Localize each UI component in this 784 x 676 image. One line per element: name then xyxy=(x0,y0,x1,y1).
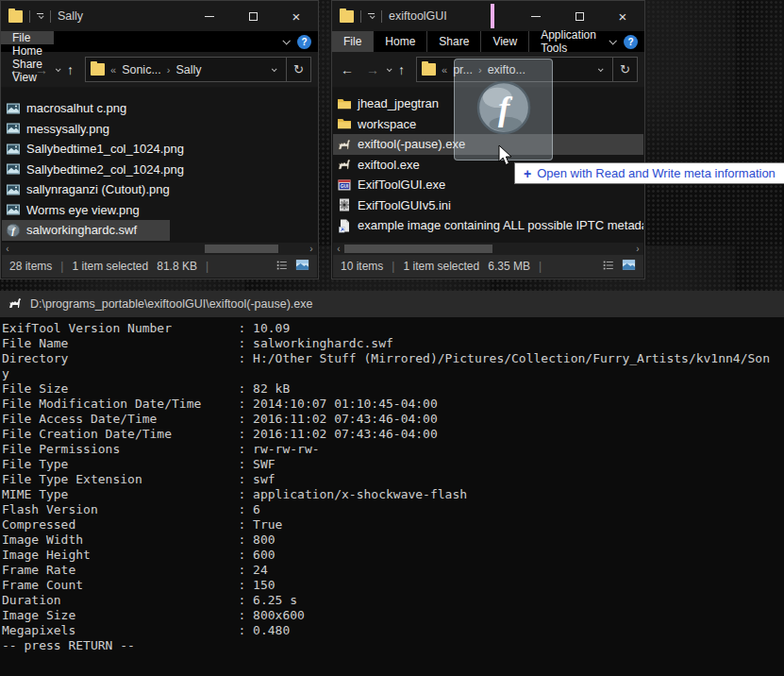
history-dropdown-icon[interactable] xyxy=(387,66,392,72)
refresh-button[interactable]: ↻ xyxy=(286,58,310,81)
file-row[interactable]: messysally.png xyxy=(2,119,317,140)
status-bar: 28 items | 1 item selected 81.8 KB | xyxy=(2,255,317,278)
forward-button[interactable]: → xyxy=(30,63,53,76)
svg-text:GUI: GUI xyxy=(341,184,349,189)
scroll-left-icon[interactable]: ‹ xyxy=(333,243,344,255)
scroll-left-icon[interactable]: ‹ xyxy=(2,243,13,255)
file-name: exiftool(-pause).exe xyxy=(358,137,465,151)
file-name: exiftool.exe xyxy=(358,158,420,172)
breadcrumb-item[interactable]: Sonic... xyxy=(122,63,161,76)
ribbon-tabs: FileHomeShareViewApplication Tools ? xyxy=(332,31,644,52)
file-name: ExifToolGUI.exe xyxy=(358,177,445,192)
file-row[interactable]: f salworkinghardc.swf xyxy=(2,220,170,241)
quick-access-toolbar-icon[interactable] xyxy=(37,13,43,19)
title-bar[interactable]: exiftoolGUI × xyxy=(332,1,644,31)
file-name: Sallybedtime2_col_1024.png xyxy=(26,162,184,177)
up-button[interactable]: ↑ xyxy=(393,63,409,76)
file-name: sallynraganzi (Cutout).png xyxy=(26,182,170,196)
file-row[interactable]: workspace xyxy=(333,114,643,135)
ribbon-collapse-icon[interactable] xyxy=(282,37,290,44)
ribbon-tab[interactable]: Share xyxy=(426,31,480,52)
tooltip-text: Open with Read and Write meta informatio… xyxy=(537,166,776,180)
ribbon-tab[interactable]: Home xyxy=(373,31,426,52)
file-row[interactable]: Worms eye view.png xyxy=(2,200,317,221)
help-icon[interactable]: ? xyxy=(297,35,311,49)
console-title-text: D:\programs_portable\exiftoolGUI\exiftoo… xyxy=(30,297,312,311)
ribbon-tab[interactable]: View xyxy=(480,31,528,52)
file-row[interactable]: Sallybedtime1_col_1024.png xyxy=(2,139,317,160)
ribbon-tabs: FileHomeShareView ? xyxy=(1,31,318,52)
close-button[interactable]: × xyxy=(275,1,318,31)
ribbon-tab[interactable]: File xyxy=(332,31,373,52)
minimize-icon xyxy=(205,16,214,17)
breadcrumb-item[interactable]: pr... xyxy=(453,63,473,76)
address-bar[interactable]: « pr... › exifto... ↻ xyxy=(416,57,638,82)
file-row[interactable]: jhead_jpegtran xyxy=(333,93,643,114)
ribbon-collapse-icon[interactable] xyxy=(609,37,616,44)
folder-icon xyxy=(91,63,105,76)
file-row[interactable]: sallynraganzi (Cutout).png xyxy=(2,179,317,200)
breadcrumb-overflow[interactable]: « xyxy=(110,64,116,76)
breadcrumb-overflow[interactable]: « xyxy=(442,64,447,76)
file-name: ExifToolGUIv5.ini xyxy=(358,198,451,212)
file-name: example image containing ALL possible IP… xyxy=(358,218,643,232)
divider: | xyxy=(539,260,542,273)
window-title: Sally xyxy=(58,9,83,23)
back-button[interactable]: ← xyxy=(336,63,359,76)
horizontal-scrollbar[interactable]: ‹ › xyxy=(2,243,317,255)
selection-count: 1 item selected xyxy=(403,260,479,273)
scrollbar-thumb[interactable] xyxy=(344,245,492,253)
maximize-button[interactable] xyxy=(231,1,275,31)
thumbnails-view-button[interactable] xyxy=(295,258,309,275)
history-dropdown-icon[interactable] xyxy=(56,66,61,72)
breadcrumb-item[interactable]: exifto... xyxy=(488,63,525,76)
plus-icon: + xyxy=(524,166,531,181)
image-icon xyxy=(6,182,21,197)
quick-access-toolbar-icon[interactable] xyxy=(368,13,375,19)
divider xyxy=(29,10,30,23)
forward-button[interactable]: → xyxy=(361,63,384,76)
address-bar[interactable]: « Sonic... › Sally ↻ xyxy=(85,57,311,82)
address-dropdown-button[interactable] xyxy=(588,58,612,81)
file-row[interactable]: macrosalhut c.png xyxy=(2,98,317,119)
file-name: messysally.png xyxy=(26,122,109,136)
folder-icon xyxy=(340,10,354,23)
refresh-button[interactable]: ↻ xyxy=(612,58,637,81)
drag-drop-tooltip: + Open with Read and Write meta informat… xyxy=(514,162,784,184)
breadcrumb-item[interactable]: Sally xyxy=(175,63,201,76)
minimize-button[interactable] xyxy=(188,1,231,31)
details-view-button[interactable] xyxy=(602,259,615,275)
console-title-bar[interactable]: D:\programs_portable\exiftoolGUI\exiftoo… xyxy=(0,291,784,317)
folder-icon xyxy=(422,63,436,76)
ribbon-tab[interactable]: Home xyxy=(1,44,54,58)
ribbon-tab[interactable]: Application Tools xyxy=(528,31,609,52)
divider: | xyxy=(60,260,63,273)
back-button[interactable]: ← xyxy=(5,63,27,76)
details-view-button[interactable] xyxy=(275,259,289,275)
folder-icon xyxy=(8,10,23,23)
up-button[interactable]: ↑ xyxy=(62,63,78,76)
title-bar[interactable]: Sally × xyxy=(1,1,318,31)
scroll-right-icon[interactable]: › xyxy=(306,243,317,255)
maximize-icon xyxy=(575,12,584,21)
refresh-icon: ↻ xyxy=(293,62,304,76)
file-row[interactable]: Sallybedtime2_col_1024.png xyxy=(2,160,317,180)
file-row[interactable]: ExifToolGUIv5.ini xyxy=(333,195,643,216)
file-row[interactable]: exiftool(-pause).exe xyxy=(333,134,643,155)
maximize-button[interactable] xyxy=(558,1,601,31)
file-row[interactable]: example image containing ALL possible IP… xyxy=(333,215,643,236)
divider xyxy=(381,10,382,23)
scroll-right-icon[interactable]: › xyxy=(632,243,643,255)
thumbnails-view-button[interactable] xyxy=(622,258,636,275)
minimize-button[interactable] xyxy=(514,1,558,31)
horizontal-scrollbar[interactable]: ‹ › xyxy=(333,243,643,255)
ribbon-tab[interactable]: File xyxy=(1,31,54,44)
explorer-window-exiftoolgui: exiftoolGUI × FileHomeShareViewApplicati… xyxy=(331,0,645,279)
scrollbar-thumb[interactable] xyxy=(205,245,278,253)
flash-icon: f xyxy=(6,223,21,238)
breadcrumb-separator-icon: › xyxy=(478,64,482,76)
console-body[interactable]: ExifTool Version Number : 10.09 File Nam… xyxy=(0,317,784,657)
help-icon[interactable]: ? xyxy=(624,35,638,49)
close-button[interactable]: × xyxy=(601,1,644,31)
address-dropdown-button[interactable] xyxy=(261,58,286,81)
